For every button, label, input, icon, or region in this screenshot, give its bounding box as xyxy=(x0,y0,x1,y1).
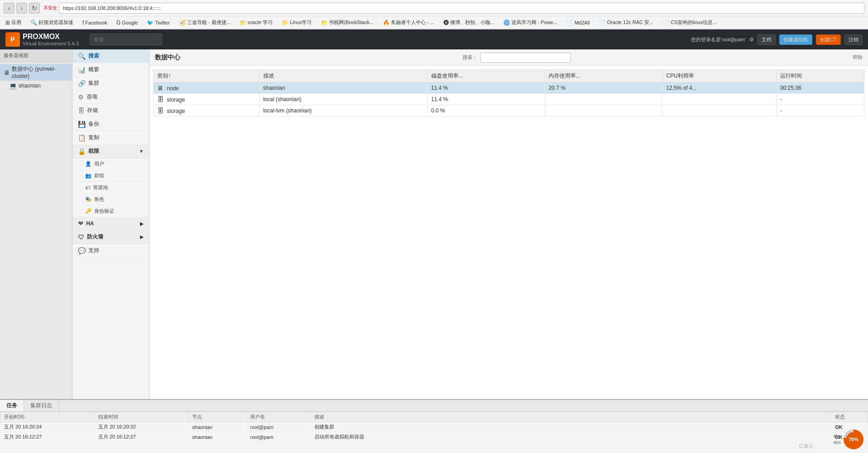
col-mem[interactable]: 内存使用率... xyxy=(545,70,662,83)
bookmark-item[interactable]: GGoogle xyxy=(115,19,140,27)
forward-button[interactable]: › xyxy=(16,3,27,14)
nav-group-ha[interactable]: ❤ HA ▶ xyxy=(72,217,149,230)
back-button[interactable]: ‹ xyxy=(4,3,14,14)
user-label: 您的登录名是'root@pam' xyxy=(691,36,746,43)
bookmark-item[interactable]: 🔍好搜浏览器加速 xyxy=(29,18,75,27)
bookmark-label: oracle 学习 xyxy=(248,19,273,26)
bookmark-icon: 🌀 xyxy=(503,19,510,26)
bookmark-icon: 🐦 xyxy=(147,19,154,26)
bookmark-label: 好搜浏览器加速 xyxy=(39,19,73,26)
bottom-col-node[interactable]: 节点 xyxy=(188,412,246,422)
bookmark-item[interactable]: 🐦Twitter xyxy=(145,19,171,27)
search-nav-icon: 🔍 xyxy=(78,53,86,60)
bookmark-item[interactable]: fFacebook xyxy=(81,19,109,27)
bookmark-item[interactable]: 📄Md2All xyxy=(564,19,592,27)
bookmark-item[interactable]: 🌀逆风学习网 - Powe... xyxy=(502,18,559,27)
nav-item-cluster[interactable]: 🔗 集群 xyxy=(72,77,149,90)
nav-item-summary[interactable]: 📊 概要 xyxy=(72,63,149,77)
list-item[interactable]: 五月 20 16:20:24 五月 20 16:20:32 shaonian r… xyxy=(0,422,868,432)
bottom-right-area: 0k/s 0k/s 78% xyxy=(833,429,863,449)
create-vm-button[interactable]: 创建虚拟机 xyxy=(779,34,812,45)
bottom-content: 开始时间↓ 结束时间 节点 用户名 描述 状态 五月 20 16:20:24 五… xyxy=(0,412,868,453)
logout-button[interactable]: 注销 xyxy=(844,34,863,45)
bookmark-item[interactable]: 🔥炙融者个人中心 - ... xyxy=(381,18,436,27)
task-user1: root@pam xyxy=(246,422,311,432)
mini-status-area: 0k/s 0k/s xyxy=(833,433,841,446)
tab-cluster-log[interactable]: 集群日志 xyxy=(24,400,59,411)
gear-icon[interactable]: ⚙ xyxy=(749,37,754,43)
nav-sub-users[interactable]: 👤 用户 xyxy=(72,158,149,170)
bookmark-item[interactable]: 📁Linux学习 xyxy=(280,18,313,27)
search-label: 搜索： xyxy=(463,54,477,61)
bookmark-label: Twitter xyxy=(155,20,169,25)
nav-item-support[interactable]: 💬 支持 xyxy=(72,244,149,258)
nav-item-search[interactable]: 🔍 搜索 xyxy=(72,49,149,63)
col-desc[interactable]: 描述 xyxy=(259,70,427,83)
bookmark-item[interactable]: 📁书栈网(BookStack... xyxy=(319,18,375,27)
table-row[interactable]: 🖥 node shaonian 11.4 % 20.7 % 12.5% of 4… xyxy=(154,83,864,94)
node-icon: 💻 xyxy=(9,82,17,89)
nav-sub-roles[interactable]: 🎭 角色 xyxy=(72,194,149,205)
col-cpu[interactable]: CPU利用率 xyxy=(662,70,776,83)
options-nav-icon: ⚙ xyxy=(78,93,84,101)
nav-group-permissions[interactable]: 🔒 权限 ▼ xyxy=(72,145,149,158)
bookmark-icon: 📄 xyxy=(566,19,573,26)
nav-item-backup[interactable]: 💾 备份 xyxy=(72,117,149,131)
bookmark-label: Google xyxy=(122,20,138,25)
col-uptime[interactable]: 运行时间 xyxy=(776,70,864,83)
task-node1: shaonian xyxy=(188,422,246,432)
nav-item-options[interactable]: ⚙ 选项 xyxy=(72,90,149,104)
refresh-button[interactable]: ↻ xyxy=(29,3,40,14)
bookmark-item[interactable]: 📄Oracle 12c RAC 安... xyxy=(597,18,656,27)
sidebar-item-datacenter[interactable]: 🖥 数据中心 (yunwei-cluster) xyxy=(0,64,72,81)
nav-sub-pools[interactable]: 🏷 资源池 xyxy=(72,182,149,194)
table-row[interactable]: 🗄 storage local-lvm (shaonian) 0.0 % - xyxy=(154,105,864,117)
col-type[interactable]: 类别↑ xyxy=(154,70,260,83)
bottom-panel: 任务 集群日志 开始时间↓ 结束时间 节点 用户名 描述 状态 五 xyxy=(0,399,868,453)
address-bar[interactable] xyxy=(59,3,864,14)
header-search-input[interactable] xyxy=(90,34,162,45)
tab-tasks[interactable]: 任务 xyxy=(0,400,24,411)
bottom-col-start[interactable]: 开始时间↓ xyxy=(0,412,95,422)
nav-backup-label: 备份 xyxy=(88,120,99,128)
col-disk[interactable]: 磁盘使用率... xyxy=(427,70,545,83)
main-content: 数据中心 搜索： 帮助 类别↑ 描述 磁盘使用率... 内存使用率... xyxy=(149,49,868,399)
create-ct-button[interactable]: 创建CT xyxy=(816,34,841,45)
nav-item-replication[interactable]: 📋 复制 xyxy=(72,131,149,145)
main-data-table: 类别↑ 描述 磁盘使用率... 内存使用率... CPU利用率 运行时间 🖥 xyxy=(153,69,864,117)
bottom-col-desc[interactable]: 描述 xyxy=(311,412,831,422)
row-mem-cell2 xyxy=(545,94,662,105)
nav-group-firewall[interactable]: 🛡 防火墙 ▶ xyxy=(72,230,149,244)
table-row[interactable]: 🗄 storage local (shaonian) 11.4 % - xyxy=(154,94,864,105)
bottom-col-end[interactable]: 结束时间 xyxy=(94,412,188,422)
header-search[interactable] xyxy=(90,34,162,45)
nav-roles-label: 角色 xyxy=(94,196,104,203)
bottom-col-user[interactable]: 用户名 xyxy=(246,412,311,422)
bookmark-item[interactable]: 📁oracle 学习 xyxy=(238,18,275,27)
bottom-col-status[interactable]: 状态 xyxy=(831,412,868,422)
bookmark-label: Linux学习 xyxy=(290,19,312,26)
gauge-area: 78% xyxy=(844,429,863,449)
sidebar-datacenter-label: 数据中心 (yunwei-cluster) xyxy=(12,65,68,79)
list-item[interactable]: 五月 20 16:12:27 五月 20 16:12:27 shaonian r… xyxy=(0,432,868,442)
logo-icon: P xyxy=(5,32,20,47)
docs-button[interactable]: 文档 xyxy=(757,34,776,45)
row-cpu-cell: 12.5% of 4... xyxy=(662,83,776,94)
bookmark-item[interactable]: 🧭三途导航 - 最便捷... xyxy=(177,18,232,27)
nav-sub-auth[interactable]: 🔑 身份验证 xyxy=(72,205,149,217)
help-button[interactable]: 帮助 xyxy=(853,54,863,61)
bottom-table: 开始时间↓ 结束时间 节点 用户名 描述 状态 五月 20 16:20:24 五… xyxy=(0,412,868,442)
content-search-input[interactable] xyxy=(480,53,571,63)
app-body: 服务器视图 🖥 数据中心 (yunwei-cluster) 💻 shaonian… xyxy=(0,49,868,399)
bookmark-item[interactable]: 🅦微博、秒拍、小咖... xyxy=(442,18,496,27)
sidebar-item-shaonian[interactable]: 💻 shaonian xyxy=(0,81,72,91)
bookmark-label: Md2All xyxy=(574,20,590,25)
bookmark-item[interactable]: ⊞应用 xyxy=(4,18,23,27)
row-desc-cell2: local (shaonian) xyxy=(259,94,427,105)
nav-sub-groups[interactable]: 👥 群组 xyxy=(72,170,149,182)
nav-item-storage[interactable]: 🗄 存储 xyxy=(72,104,149,117)
backup-nav-icon: 💾 xyxy=(78,121,86,128)
firewall-nav-icon: 🛡 xyxy=(78,234,84,241)
bookmark-item[interactable]: 📄CS架构的linux信息... xyxy=(661,18,719,27)
app-subtitle: Virtual Environment 5.4-3 xyxy=(23,41,79,46)
